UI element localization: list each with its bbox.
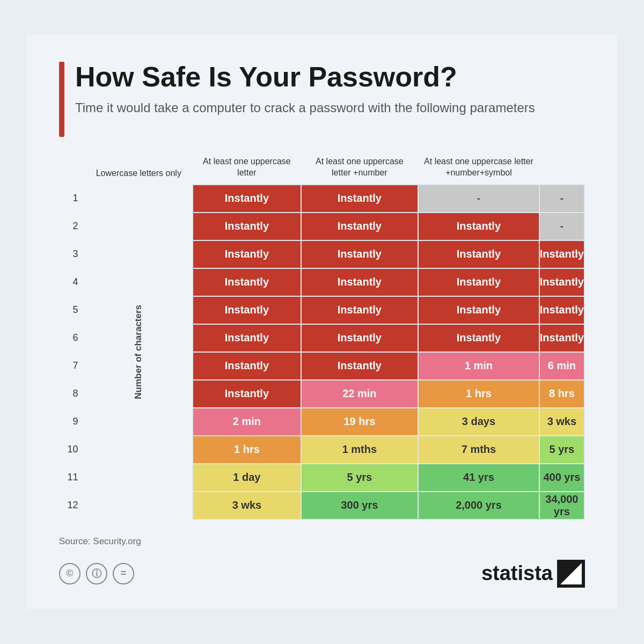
- cell-row6-col4: Instantly: [539, 324, 584, 352]
- cc-icons-group: © ⓘ =: [59, 563, 134, 584]
- row-number: 3: [59, 240, 84, 268]
- cell-row3-col2: Instantly: [301, 240, 419, 268]
- cell-row4-col4: Instantly: [539, 268, 584, 296]
- cell-row8-col1: Instantly: [193, 380, 301, 408]
- cell-row1-col3: -: [418, 185, 539, 213]
- cell-row5-col1: Instantly: [193, 296, 301, 324]
- cell-row6-col2: Instantly: [301, 324, 419, 352]
- cell-row3-col1: Instantly: [193, 240, 301, 268]
- statista-icon: [557, 560, 585, 588]
- cell-row9-col4: 3 wks: [539, 408, 584, 436]
- cell-row11-col4: 400 yrs: [539, 464, 584, 492]
- header: How Safe Is Your Password? Time it would…: [59, 62, 585, 137]
- statista-wordmark: statista: [481, 560, 585, 588]
- row-number: 8: [59, 380, 84, 408]
- cell-row4-col2: Instantly: [301, 268, 419, 296]
- cell-row7-col1: Instantly: [193, 352, 301, 380]
- subtitle: Time it would take a computer to crack a…: [75, 99, 535, 117]
- table-wrapper: Lowercase letters only At least one uppe…: [59, 153, 585, 520]
- cell-row11-col1: 1 day: [193, 464, 301, 492]
- statista-logo-box: statista: [481, 560, 585, 588]
- cell-row12-col4: 34,000 yrs: [539, 492, 584, 519]
- password-table: Lowercase letters only At least one uppe…: [59, 153, 585, 520]
- cc-icon: ©: [59, 563, 80, 584]
- cell-row5-col4: Instantly: [539, 296, 584, 324]
- title-block: How Safe Is Your Password? Time it would…: [75, 62, 535, 117]
- cell-row9-col3: 3 days: [418, 408, 539, 436]
- row-num-header: [59, 153, 84, 185]
- cell-row11-col3: 41 yrs: [418, 464, 539, 492]
- cell-row3-col4: Instantly: [539, 240, 584, 268]
- cell-row7-col3: 1 min: [418, 352, 539, 380]
- col-header-upper-num: At least one uppercase letter +number: [301, 153, 419, 185]
- source-text: Source: Security.org: [59, 536, 585, 547]
- cell-row3-col3: Instantly: [418, 240, 539, 268]
- cell-row12-col3: 2,000 yrs: [418, 492, 539, 519]
- cell-row5-col2: Instantly: [301, 296, 419, 324]
- main-title: How Safe Is Your Password?: [75, 62, 535, 92]
- col-header-upper-num-sym: At least one uppercase letter +number+sy…: [418, 153, 539, 185]
- red-accent-bar: [59, 62, 64, 137]
- cell-row8-col4: 8 hrs: [539, 380, 584, 408]
- cc-by-icon: ⓘ: [86, 563, 107, 584]
- cell-row10-col3: 7 mths: [418, 436, 539, 464]
- footer: © ⓘ = statista: [59, 560, 585, 588]
- cell-row7-col4: 6 min: [539, 352, 584, 380]
- vertical-axis-label: Number of characters: [133, 305, 144, 399]
- cell-row2-col4: -: [539, 213, 584, 240]
- cell-row1-col4: -: [539, 185, 584, 213]
- row-number: 12: [59, 492, 84, 519]
- row-number: 11: [59, 464, 84, 492]
- cell-row2-col2: Instantly: [301, 213, 419, 240]
- row-number: 5: [59, 296, 84, 324]
- main-card: How Safe Is Your Password? Time it would…: [27, 35, 617, 609]
- cell-row7-col2: Instantly: [301, 352, 419, 380]
- cell-row8-col2: 22 min: [301, 380, 419, 408]
- cell-row11-col2: 5 yrs: [301, 464, 419, 492]
- cell-row12-col2: 300 yrs: [301, 492, 419, 519]
- row-number: 10: [59, 436, 84, 464]
- cell-row10-col1: 1 hrs: [193, 436, 301, 464]
- cell-row12-col1: 3 wks: [193, 492, 301, 519]
- row-number: 7: [59, 352, 84, 380]
- cell-row5-col3: Instantly: [418, 296, 539, 324]
- cell-row6-col3: Instantly: [418, 324, 539, 352]
- cell-row4-col1: Instantly: [193, 268, 301, 296]
- cell-row6-col1: Instantly: [193, 324, 301, 352]
- vertical-label-cell: Number of characters: [84, 185, 193, 519]
- cell-row4-col3: Instantly: [418, 268, 539, 296]
- col-header-uppercase: At least one uppercase letter: [193, 153, 301, 185]
- row-number: 2: [59, 213, 84, 240]
- row-number: 4: [59, 268, 84, 296]
- cell-row8-col3: 1 hrs: [418, 380, 539, 408]
- cell-row9-col2: 19 hrs: [301, 408, 419, 436]
- cell-row2-col3: Instantly: [418, 213, 539, 240]
- row-number: 1: [59, 185, 84, 213]
- cc-nd-icon: =: [113, 563, 134, 584]
- cell-row2-col1: Instantly: [193, 213, 301, 240]
- cell-row10-col2: 1 mths: [301, 436, 419, 464]
- cell-row1-col2: Instantly: [301, 185, 419, 213]
- col-header-lowercase: Lowercase letters only: [84, 153, 193, 185]
- table-row: 1Number of charactersInstantlyInstantly-…: [59, 185, 584, 213]
- row-number: 9: [59, 408, 84, 436]
- cell-row9-col1: 2 min: [193, 408, 301, 436]
- row-number: 6: [59, 324, 84, 352]
- column-header-row: Lowercase letters only At least one uppe…: [59, 153, 584, 185]
- cell-row1-col1: Instantly: [193, 185, 301, 213]
- cell-row10-col4: 5 yrs: [539, 436, 584, 464]
